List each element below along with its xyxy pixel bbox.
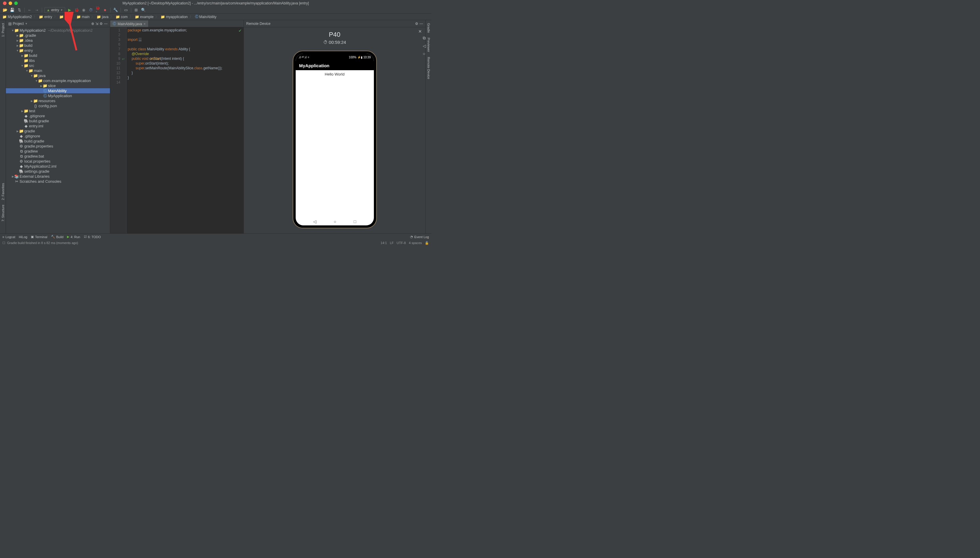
- bottom-tab-todo[interactable]: ☑ 6: TODO: [84, 235, 101, 239]
- attach-debug-icon[interactable]: 🐞⁺: [95, 7, 101, 13]
- tree-row[interactable]: ▶📁resources: [6, 98, 110, 103]
- code-editor[interactable]: 12367891011121314 o↑ package com.example…: [110, 27, 243, 233]
- stop-icon[interactable]: ■: [102, 7, 108, 13]
- project-view-selector[interactable]: ▤ Project ▼: [8, 21, 28, 26]
- breadcrumb-item[interactable]: 📁myapplication: [161, 15, 187, 19]
- tree-row[interactable]: ▶📁gradle: [6, 128, 110, 134]
- profile-icon[interactable]: ⏱: [88, 7, 94, 13]
- tree-row[interactable]: {}config.json: [6, 103, 110, 108]
- nav-recent-icon[interactable]: □: [354, 219, 356, 224]
- breadcrumb-item[interactable]: 📁java: [97, 15, 108, 19]
- device-timer: ⏱ 00:59:24: [323, 40, 346, 45]
- status-message: Gradle build finished in 8 s 82 ms (mome…: [7, 241, 78, 245]
- avd-icon[interactable]: ▭: [123, 7, 128, 13]
- line-sep[interactable]: LF: [390, 241, 394, 245]
- settings-icon[interactable]: ⚙: [100, 21, 103, 26]
- gear-icon[interactable]: ⚙: [415, 21, 418, 26]
- bottom-tab-logcat[interactable]: ≡ Logcat: [2, 235, 15, 239]
- editor-tab[interactable]: Ⓒ MainAbility.java ×: [110, 20, 148, 27]
- tree-row[interactable]: ▶📚External Libraries: [6, 174, 110, 179]
- sdk-icon[interactable]: ⊞: [134, 7, 139, 13]
- tree-row[interactable]: ⚙local.properties: [6, 159, 110, 164]
- indent[interactable]: 4 spaces: [409, 241, 422, 245]
- tree-row[interactable]: 🐘settings.gradle: [6, 169, 110, 174]
- gutter-tab-project[interactable]: 1: Project: [1, 21, 5, 38]
- tree-row[interactable]: ▼📁com.example.myapplication: [6, 78, 110, 83]
- tree-row[interactable]: ▶📁build: [6, 43, 110, 48]
- tree-row[interactable]: ▶📁.idea: [6, 38, 110, 43]
- bottom-tab-run[interactable]: ▶ 4: Run: [67, 235, 80, 239]
- minimize-window-button[interactable]: [8, 2, 12, 5]
- encoding[interactable]: UTF-8: [397, 241, 406, 245]
- screenshot-icon[interactable]: ⧉: [423, 36, 426, 41]
- build-icon[interactable]: 🔧: [113, 7, 118, 13]
- breadcrumb-item[interactable]: ⒸMainAbility: [195, 14, 217, 19]
- coverage-icon[interactable]: ◉: [81, 7, 87, 13]
- forward-icon[interactable]: →: [34, 7, 39, 13]
- gutter-tab-favorites[interactable]: 2: Favorites: [1, 181, 5, 202]
- tree-row[interactable]: ✂Scratches and Consoles: [6, 179, 110, 184]
- tree-row[interactable]: 🐘build.gradle: [6, 139, 110, 144]
- tree-row[interactable]: ⚙gradle.properties: [6, 144, 110, 149]
- gutter-tab-gradle[interactable]: Gradle: [426, 21, 431, 34]
- tree-row[interactable]: ▼📁entry: [6, 48, 110, 53]
- tree-row[interactable]: 🐘build.gradle: [6, 118, 110, 123]
- back-gesture-icon[interactable]: ◁: [423, 44, 426, 48]
- close-tab-icon[interactable]: ×: [143, 22, 146, 26]
- minimize-panel-icon[interactable]: —: [420, 21, 423, 26]
- breadcrumb-item[interactable]: 📁example: [135, 15, 153, 19]
- tree-row[interactable]: ▶📁slice: [6, 83, 110, 88]
- tree-row[interactable]: ▶📁test: [6, 108, 110, 113]
- breadcrumb-item[interactable]: 📁entry: [39, 15, 52, 19]
- tree-row[interactable]: ▶📁.gradle: [6, 33, 110, 38]
- tree-row[interactable]: ▼📁MyApplication2~/Desktop/MyApplication2: [6, 28, 110, 33]
- tree-row[interactable]: 📁libs: [6, 58, 110, 63]
- maximize-window-button[interactable]: [14, 2, 18, 5]
- tree-row[interactable]: ◆MyApplication2.iml: [6, 164, 110, 169]
- minimize-panel-icon[interactable]: —: [104, 21, 108, 26]
- gutter-tab-remote-device[interactable]: Remote Device: [426, 55, 431, 81]
- tree-row[interactable]: ▼📁src: [6, 63, 110, 68]
- tree-row[interactable]: ◆.gitignore: [6, 134, 110, 139]
- tree-row[interactable]: ◆.gitignore: [6, 113, 110, 118]
- breadcrumb-item[interactable]: 📁src: [59, 15, 69, 19]
- lock-icon[interactable]: 🔓: [425, 241, 429, 245]
- tree-row[interactable]: ▼📁main: [6, 68, 110, 73]
- locate-icon[interactable]: ⊕: [91, 21, 94, 26]
- bottom-tab-eventlog[interactable]: ◔ Event Log: [410, 235, 429, 239]
- back-icon[interactable]: ←: [27, 7, 32, 13]
- gutter-tab-structure[interactable]: 7: Structure: [1, 203, 5, 223]
- tree-row[interactable]: ⧉gradlew: [6, 149, 110, 154]
- breadcrumb-item[interactable]: 📁MyApplication2: [2, 15, 32, 19]
- run-icon[interactable]: ▶: [67, 7, 72, 13]
- nav-back-icon[interactable]: ◁: [313, 219, 317, 224]
- bottom-tab-build[interactable]: 🔨 Build: [51, 235, 63, 239]
- sync-icon[interactable]: ⇅: [16, 7, 22, 13]
- breadcrumb-item[interactable]: 📁com: [115, 15, 128, 19]
- bottom-tab-terminal[interactable]: ▣ Terminal: [31, 235, 48, 239]
- bottom-tab-hilog[interactable]: HiLog: [19, 235, 27, 239]
- project-tree[interactable]: ▼📁MyApplication2~/Desktop/MyApplication2…: [6, 27, 110, 233]
- code-content[interactable]: package com.example.myapplication; impor…: [126, 27, 243, 233]
- record-icon[interactable]: ○: [423, 51, 426, 56]
- tree-row[interactable]: ⒸMainAbility: [6, 88, 110, 93]
- search-icon[interactable]: 🔍: [141, 7, 146, 13]
- save-icon[interactable]: 💾: [10, 7, 15, 13]
- tree-row[interactable]: ⧉gradlew.bat: [6, 154, 110, 159]
- nav-home-icon[interactable]: ○: [334, 219, 336, 224]
- tree-row[interactable]: ⒸMyApplication: [6, 93, 110, 98]
- expand-icon[interactable]: ⇲: [95, 21, 98, 26]
- caret-position[interactable]: 14:1: [381, 241, 387, 245]
- close-device-icon[interactable]: ✕: [418, 29, 422, 34]
- gutter-tab-previewer[interactable]: Previewer: [426, 36, 431, 54]
- open-icon[interactable]: 📂: [2, 7, 8, 13]
- tree-row[interactable]: ◆entry.iml: [6, 123, 110, 128]
- tree-row[interactable]: ▼📁java: [6, 73, 110, 78]
- close-window-button[interactable]: [3, 2, 7, 5]
- main-toolbar: 📂 💾 ⇅ ← → ▲ entry ▼ ▶ 🐞 ◉ ⏱ 🐞⁺ ■ 🔧 ▭ ⊞ 🔍: [0, 7, 431, 14]
- tree-row[interactable]: ▶📁build: [6, 53, 110, 58]
- debug-icon[interactable]: 🐞: [74, 7, 79, 13]
- breadcrumb-item[interactable]: 📁main: [76, 15, 89, 19]
- phone-screen[interactable]: .ıl ⁴ᴳ.ıl ᯤ 100% ⚡▮ 10:39 MyApplication …: [295, 54, 374, 225]
- run-configuration-selector[interactable]: ▲ entry ▼: [44, 7, 65, 13]
